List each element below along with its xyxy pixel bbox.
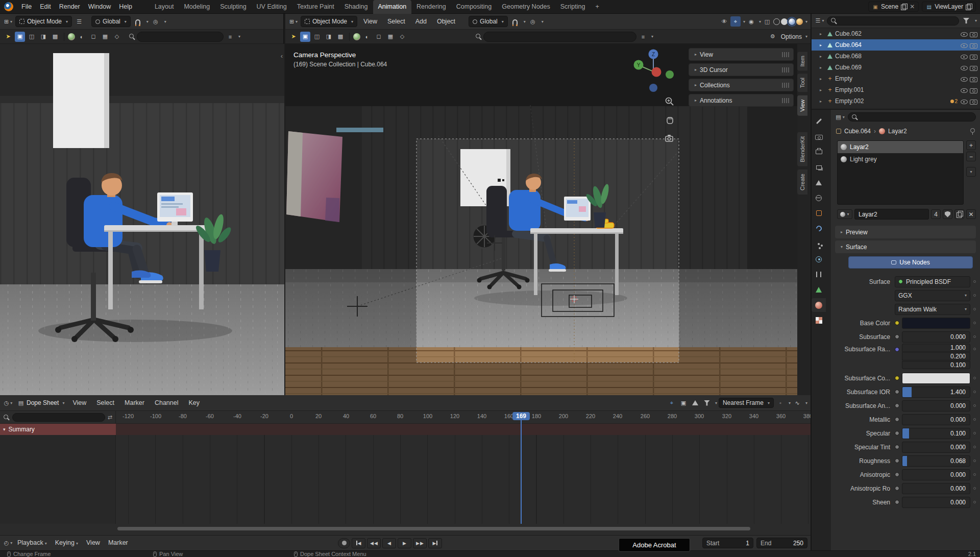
gizmo-z-axis[interactable]: Z xyxy=(652,52,655,57)
list-icon[interactable]: ≡ xyxy=(638,32,648,42)
metallic-slider[interactable]: 0.000 xyxy=(902,414,970,425)
dope-sheet-mode-dropdown[interactable]: ▤ Dope Sheet▾ xyxy=(15,398,66,408)
outliner-row-active[interactable]: ▸ Cube.064 xyxy=(812,39,980,51)
decorator-dot[interactable] xyxy=(973,294,976,297)
decorator-dot[interactable] xyxy=(973,335,976,338)
next-keyframe-button[interactable]: ▶▶ xyxy=(413,538,427,548)
summary-track[interactable] xyxy=(116,424,811,435)
play-reverse-button[interactable]: ◀ xyxy=(382,538,396,548)
decorator-dot[interactable] xyxy=(973,418,976,421)
menu-key[interactable]: Key xyxy=(185,396,204,410)
disable-render-icon[interactable] xyxy=(970,31,977,37)
decorator-dot[interactable] xyxy=(973,322,976,324)
hide-viewport-icon[interactable] xyxy=(960,53,967,60)
decorator-dot[interactable] xyxy=(973,459,976,462)
proportional-dropdown-icon[interactable]: ▾ xyxy=(164,19,166,24)
decorator-dot[interactable] xyxy=(973,308,976,310)
tab-output[interactable] xyxy=(812,145,826,159)
menu-marker[interactable]: Marker xyxy=(104,536,132,550)
gizmo-x-axis[interactable] xyxy=(652,67,662,77)
outliner-row[interactable]: ▸ Cube.068 xyxy=(812,51,980,62)
remove-slot-button[interactable]: − xyxy=(966,152,976,161)
tab-texture-paint[interactable]: Texture Paint xyxy=(292,0,339,14)
tab-scene[interactable] xyxy=(812,176,826,189)
decorator-dot[interactable] xyxy=(973,391,976,393)
decorator-dot[interactable] xyxy=(973,280,976,283)
viewport-left-canvas[interactable]: ‹ xyxy=(0,44,284,395)
select-mode-circle-icon[interactable]: ◨ xyxy=(324,32,334,42)
computer-monitor[interactable] xyxy=(157,192,193,226)
menu-select[interactable]: Select xyxy=(92,396,118,410)
tab-constraints[interactable] xyxy=(812,268,826,281)
menu-file[interactable]: File xyxy=(17,0,36,14)
hide-viewport-icon[interactable] xyxy=(960,75,967,82)
menu-channel[interactable]: Channel xyxy=(151,396,183,410)
tab-animation[interactable]: Animation xyxy=(373,0,412,14)
gizmos-toggle-icon[interactable]: ⌖ xyxy=(730,16,741,27)
brush-icon[interactable]: ◇ xyxy=(112,32,122,42)
users-count-button[interactable]: 4 xyxy=(931,209,941,219)
channel-region[interactable] xyxy=(0,435,116,524)
tab-blenderkit[interactable]: BlenderKit xyxy=(797,132,807,166)
breadcrumb-material[interactable]: Layar2 xyxy=(888,128,907,135)
prev-keyframe-button[interactable]: ◀◀ xyxy=(367,538,381,548)
material-slot[interactable]: Layar2 xyxy=(838,141,963,153)
editor-type-icon[interactable]: ◷▾ xyxy=(3,398,13,408)
decorator-dot[interactable] xyxy=(973,348,976,350)
decorator-dot[interactable] xyxy=(973,487,976,490)
disable-render-icon[interactable] xyxy=(970,87,977,93)
swap-icon[interactable]: ⇄ xyxy=(108,414,112,421)
proportional-icon[interactable]: ◦ xyxy=(775,398,786,408)
properties-search-input[interactable] xyxy=(848,112,976,122)
sheen-slider[interactable]: 0.000 xyxy=(902,497,970,508)
asset-search-input[interactable] xyxy=(137,32,224,42)
new-viewlayer-icon[interactable] xyxy=(966,4,972,10)
editor-type-icon[interactable]: ◴▾ xyxy=(3,538,13,548)
snap-dropdown-icon[interactable]: ▾ xyxy=(146,19,149,24)
editor-type-icon[interactable]: ☰▾ xyxy=(815,16,825,26)
menu-marker[interactable]: Marker xyxy=(120,396,149,410)
editor-type-icon[interactable]: ⊞▾ xyxy=(3,16,13,27)
new-scene-icon[interactable] xyxy=(901,4,907,10)
pin-icon[interactable] xyxy=(970,128,975,135)
expand-sidebar-icon[interactable]: ‹ xyxy=(281,52,283,60)
anisotropic-rotation-slider[interactable]: 0.000 xyxy=(902,483,970,494)
outliner-search-input[interactable] xyxy=(827,16,959,26)
decorator-dot[interactable] xyxy=(973,404,976,407)
select-mode-tweak-icon[interactable]: ▣ xyxy=(300,32,310,42)
tab-item[interactable]: Item xyxy=(797,52,807,70)
timeline-ruler[interactable]: -120 -100 -80 -60 -40 -20 0 20 40 60 80 … xyxy=(116,411,811,424)
roughness-slider[interactable]: 0.068 xyxy=(902,455,970,467)
menu-playback[interactable]: Playback▾ xyxy=(13,536,51,550)
menu-help[interactable]: Help xyxy=(115,0,136,14)
trans-orientation-dropdown[interactable]: Global▾ xyxy=(91,16,131,27)
select-visibility-icon[interactable]: 👁 xyxy=(719,16,729,27)
surface-panel-header[interactable]: ▾Surface xyxy=(835,240,976,253)
horizontal-scrollbar[interactable] xyxy=(117,527,750,530)
fake-user-button[interactable] xyxy=(943,209,952,219)
gizmo-y-axis[interactable]: Y xyxy=(637,62,641,68)
tab-texture[interactable] xyxy=(812,313,826,327)
mode-dropdown[interactable]: Object Mode▾ xyxy=(15,16,72,27)
snap-magnet-icon[interactable] xyxy=(133,16,143,27)
outliner-row[interactable]: ▸ Cube.069 xyxy=(812,62,980,73)
frame-end-field[interactable]: End250 xyxy=(756,538,807,548)
blender-logo-icon[interactable] xyxy=(4,2,13,11)
toolbar-dropdown-icon[interactable]: ▾ xyxy=(238,34,240,39)
subsurface-aniso-slider[interactable]: 0.000 xyxy=(902,400,970,411)
proportional-edit-icon[interactable]: ◎ xyxy=(151,16,161,27)
tab-tool[interactable]: Tool xyxy=(797,74,807,92)
editor-type-icon[interactable]: ▤▾ xyxy=(835,112,845,122)
browse-material-button[interactable]: ▾ xyxy=(837,209,852,219)
new-material-button[interactable] xyxy=(954,209,964,219)
decorator-dot[interactable] xyxy=(973,432,976,434)
xray-toggle-icon[interactable]: ◫ xyxy=(762,16,772,27)
shading-dropdown-icon[interactable]: ▾ xyxy=(805,19,807,24)
menu-toggle-icon[interactable]: ☰ xyxy=(74,16,84,27)
shading-sphere-icon[interactable]: ◐ xyxy=(77,32,87,42)
matcap-ball-icon[interactable] xyxy=(68,33,75,40)
editor-type-icon[interactable]: ⊞▾ xyxy=(288,16,299,27)
slot-specials-button[interactable]: ▾ xyxy=(966,167,976,177)
preview-panel-header[interactable]: ▸Preview xyxy=(835,226,976,238)
shading-solid-icon[interactable] xyxy=(781,18,788,25)
